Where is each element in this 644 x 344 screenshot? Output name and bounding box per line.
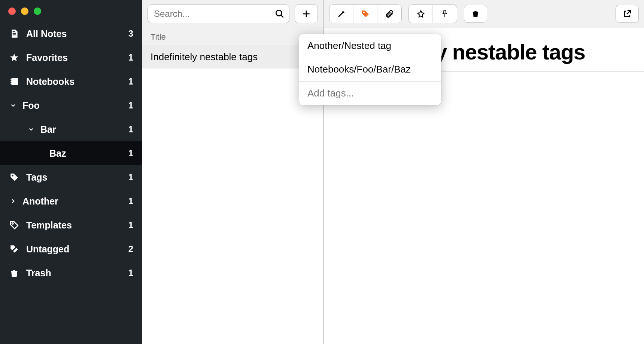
sidebar-item-bar[interactable]: Bar 1 (0, 117, 142, 141)
pin-icon (441, 9, 449, 18)
sidebar-item-trash[interactable]: Trash 1 (0, 261, 142, 285)
window-zoom-button[interactable] (34, 7, 41, 15)
tag-icon (9, 172, 19, 182)
trash-icon (471, 9, 480, 18)
pencil-icon (337, 9, 346, 18)
svg-line-9 (281, 15, 283, 18)
sidebar-item-count: 1 (128, 196, 133, 206)
tag-popover-item[interactable]: Another/Nested tag (299, 34, 441, 58)
add-tags-input[interactable] (299, 82, 441, 105)
list-toolbar (142, 0, 323, 28)
edit-button[interactable] (329, 5, 353, 23)
sidebar-item-notebooks[interactable]: Notebooks 1 (0, 70, 142, 93)
sidebar-item-count: 1 (128, 76, 133, 87)
sidebar-item-count: 1 (128, 268, 133, 278)
sidebar-item-label: Favorites (26, 52, 128, 63)
tool-group-edit (329, 4, 402, 23)
sidebar-item-label: Foo (22, 100, 128, 111)
sidebar-item-count: 1 (128, 148, 133, 159)
sidebar-item-label: Notebooks (26, 76, 128, 87)
sidebar-item-templates[interactable]: Templates 1 (0, 213, 142, 237)
sidebar: All Notes 3 Favorites 1 Notebooks 1 Foo … (0, 0, 142, 344)
tag-popover-item-label: Another/Nested tag (307, 40, 391, 51)
sidebar-item-tags[interactable]: Tags 1 (0, 165, 142, 189)
notebook-icon (9, 76, 19, 87)
svg-rect-13 (473, 12, 479, 13)
sidebar-item-label: All Notes (26, 28, 128, 39)
sidebar-item-label: Templates (26, 220, 128, 231)
sidebar-item-baz[interactable]: Baz 1 (0, 141, 142, 165)
plus-icon (301, 9, 311, 19)
svg-rect-7 (11, 271, 18, 271)
new-note-button[interactable] (295, 4, 318, 23)
template-icon (9, 220, 19, 230)
list-column-title: Title (151, 32, 166, 42)
note-list-pane: Title Indefinitely nestable tags (142, 0, 324, 344)
star-outline-icon (416, 9, 425, 18)
note-row[interactable]: Indefinitely nestable tags (142, 46, 323, 68)
search-input[interactable] (154, 9, 275, 19)
tag-button[interactable] (353, 5, 377, 23)
note-row-title: Indefinitely nestable tags (151, 51, 258, 63)
delete-button[interactable] (464, 5, 487, 23)
sidebar-item-untagged[interactable]: Untagged 2 (0, 237, 142, 261)
note-icon (9, 28, 19, 39)
svg-point-8 (276, 10, 282, 16)
svg-point-5 (12, 223, 13, 224)
sidebar-item-another[interactable]: Another 1 (0, 189, 142, 213)
sidebar-item-label: Bar (40, 124, 128, 135)
sidebar-item-count: 1 (128, 100, 133, 111)
svg-point-4 (12, 175, 13, 176)
open-external-button[interactable] (616, 5, 639, 23)
sidebar-item-count: 1 (128, 220, 133, 230)
search-field-wrap[interactable] (148, 4, 289, 23)
svg-point-12 (363, 12, 365, 13)
editor-pane: Indefinitely nestable tags Another/Neste… (324, 0, 644, 344)
window-controls (0, 0, 142, 22)
sidebar-item-label: Baz (9, 148, 128, 159)
sidebar-item-label: Another (22, 196, 128, 207)
paperclip-icon (385, 9, 394, 18)
chevron-down-icon[interactable] (9, 101, 17, 110)
svg-rect-1 (10, 79, 12, 80)
sidebar-item-label: Tags (26, 172, 128, 183)
svg-rect-2 (10, 81, 12, 82)
tag-icon (361, 9, 370, 18)
star-icon (9, 52, 19, 63)
sidebar-item-label: Untagged (26, 244, 128, 255)
attachment-button[interactable] (377, 5, 401, 23)
untagged-icon (9, 244, 19, 254)
sidebar-item-count: 2 (128, 244, 133, 254)
chevron-right-icon[interactable] (9, 197, 17, 205)
sidebar-item-count: 1 (128, 172, 133, 182)
sidebar-item-label: Trash (26, 268, 128, 279)
list-column-header[interactable]: Title (142, 28, 323, 46)
tool-group-flags (408, 4, 457, 23)
sidebar-item-favorites[interactable]: Favorites 1 (0, 46, 142, 70)
sidebar-item-all-notes[interactable]: All Notes 3 (0, 22, 142, 46)
window-close-button[interactable] (8, 7, 16, 15)
svg-rect-0 (11, 78, 18, 85)
tag-popover: Another/Nested tag Notebooks/Foo/Bar/Baz (299, 34, 441, 105)
open-external-icon (623, 9, 632, 18)
favorite-button[interactable] (409, 5, 433, 23)
sidebar-item-count: 1 (128, 124, 133, 135)
tag-popover-item[interactable]: Notebooks/Foo/Bar/Baz (299, 58, 441, 81)
sidebar-item-foo[interactable]: Foo 1 (0, 93, 142, 117)
editor-toolbar (324, 0, 644, 28)
trash-icon (9, 268, 19, 278)
svg-rect-3 (10, 83, 12, 84)
sidebar-item-count: 1 (128, 52, 133, 63)
sidebar-item-count: 3 (128, 28, 133, 39)
window-minimize-button[interactable] (21, 7, 28, 15)
tag-popover-item-label: Notebooks/Foo/Bar/Baz (307, 64, 411, 75)
pin-button[interactable] (433, 5, 457, 23)
chevron-down-icon[interactable] (27, 125, 35, 133)
search-icon (275, 9, 285, 19)
